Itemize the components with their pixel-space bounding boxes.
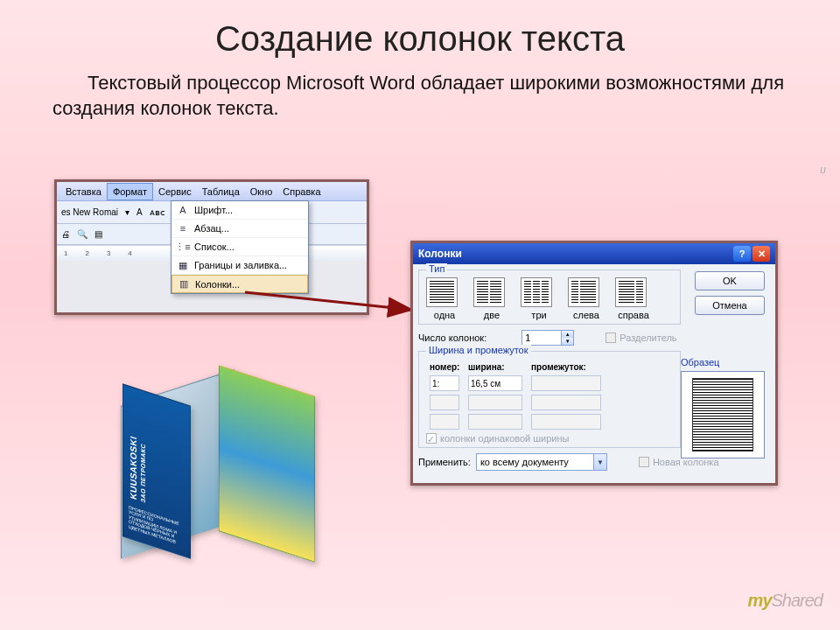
apply-label: Применить: (418, 457, 471, 467)
th-num: номер: (430, 362, 459, 372)
dialog-titlebar: Колонки ? ✕ (413, 243, 775, 264)
menu-item-format[interactable]: Формат (107, 183, 153, 200)
dialog-title: Колонки (418, 248, 462, 260)
columns-dialog: Колонки ? ✕ OK Отмена Тип одна две три с… (410, 241, 778, 486)
type-right[interactable]: справа (615, 277, 652, 320)
cancel-button[interactable]: Отмена (695, 296, 765, 315)
menu-item-table[interactable]: Таблица (197, 184, 245, 200)
num-columns-label: Число колонок: (418, 332, 486, 343)
close-button[interactable]: ✕ (752, 246, 770, 262)
menu-item-help[interactable]: Справка (277, 184, 326, 200)
ok-button[interactable]: OK (695, 271, 765, 290)
cell-gap-1 (531, 375, 601, 391)
dropdown-list[interactable]: ⋮≡Список... (172, 238, 308, 256)
cell-num-1: 1: (430, 375, 459, 391)
dropdown-paragraph[interactable]: ≡Абзац... (172, 220, 308, 238)
callout-arrow (245, 280, 438, 350)
separator-checkbox[interactable]: Разделитель (606, 332, 676, 343)
th-gap: промежуток: (531, 362, 601, 372)
num-columns-input[interactable]: ▲▼ (522, 330, 574, 346)
brochure-illustration: KUUSAKOSKIЗАО ПЕТРОМАКС ПРОФЕССИОНАЛЬНЫЕ… (114, 363, 311, 556)
th-width: ширина: (468, 362, 522, 372)
dropdown-borders[interactable]: ▦Границы и заливка... (172, 256, 308, 275)
slide-title: Создание колонок текста (9, 19, 831, 59)
menu-item-service[interactable]: Сервис (153, 184, 197, 200)
cell-width-1[interactable]: 16,5 см (468, 375, 522, 391)
type-left[interactable]: слева (568, 277, 605, 320)
group-width-label: Ширина и промежуток (426, 345, 531, 355)
brochure-right-panel (219, 365, 315, 563)
menu-item-insert[interactable]: Вставка (60, 184, 107, 200)
help-button[interactable]: ? (733, 246, 751, 262)
preview-panel: Образец (681, 357, 765, 458)
font-selector[interactable]: es New Romai (61, 207, 118, 217)
presentation-fragment-hint: u (820, 164, 826, 175)
svg-line-0 (245, 292, 411, 310)
group-type-label: Тип (426, 263, 447, 274)
type-three[interactable]: три (521, 277, 557, 320)
watermark: myShared (748, 591, 822, 611)
type-one[interactable]: одна (426, 277, 463, 320)
menu-bar: Вставка Формат Сервис Таблица Окно Справ… (57, 182, 367, 201)
type-two[interactable]: две (473, 277, 510, 320)
menu-item-window[interactable]: Окно (245, 184, 278, 200)
dropdown-font[interactable]: AШрифт... (172, 201, 308, 220)
equal-width-checkbox[interactable]: ✓колонки одинаковой ширины (426, 433, 673, 444)
apply-select[interactable]: ко всему документу▼ (476, 453, 607, 471)
slide-lead: Текстовый процессор Microsoft Word облад… (52, 71, 788, 121)
brochure-front-panel: KUUSAKOSKIЗАО ПЕТРОМАКС ПРОФЕССИОНАЛЬНЫЕ… (122, 383, 191, 558)
